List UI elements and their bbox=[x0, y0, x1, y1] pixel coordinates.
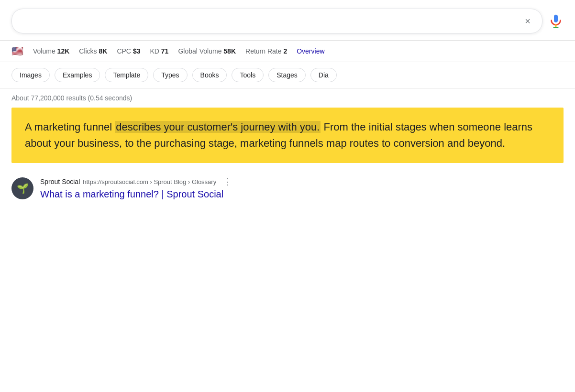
snippet-text-highlighted: describes your customer's journey with y… bbox=[115, 121, 321, 133]
result-site-name: Sprout Social bbox=[40, 178, 80, 185]
mic-button[interactable] bbox=[548, 13, 564, 29]
result-favicon: 🌱 bbox=[11, 177, 33, 199]
chip-template[interactable]: Template bbox=[105, 68, 148, 82]
result-title-link[interactable]: What is a marketing funnel? | Sprout Soc… bbox=[40, 188, 564, 200]
chip-images[interactable]: Images bbox=[11, 68, 50, 82]
global-volume-stat: Global Volume 58K bbox=[178, 47, 236, 55]
close-icon: × bbox=[525, 16, 531, 27]
chip-tools[interactable]: Tools bbox=[232, 68, 264, 82]
chip-examples[interactable]: Examples bbox=[55, 68, 100, 82]
chip-dia[interactable]: Dia bbox=[310, 68, 337, 82]
results-area: About 77,200,000 results (0.54 seconds) … bbox=[0, 88, 575, 206]
svg-rect-0 bbox=[554, 15, 558, 22]
flag-icon: 🇺🇸 bbox=[11, 45, 23, 57]
chip-types[interactable]: Types bbox=[153, 68, 187, 82]
results-count: About 77,200,000 results (0.54 seconds) bbox=[11, 94, 564, 102]
overview-link[interactable]: Overview bbox=[297, 47, 324, 55]
featured-snippet: A marketing funnel describes your custom… bbox=[11, 108, 564, 163]
cpc-stat: CPC $3 bbox=[117, 47, 140, 55]
search-bar-section: marketing funnel × bbox=[0, 0, 575, 41]
result-menu-button[interactable]: ⋮ bbox=[221, 176, 233, 187]
filter-chips-row: Images Examples Template Types Books Too… bbox=[0, 62, 575, 88]
clicks-stat: Clicks 8K bbox=[79, 47, 107, 55]
result-item: 🌱 Sprout Social https://sproutsocial.com… bbox=[11, 173, 564, 206]
search-input-wrapper: marketing funnel × bbox=[11, 9, 542, 33]
favicon-symbol: 🌱 bbox=[17, 183, 29, 194]
chip-books[interactable]: Books bbox=[192, 68, 227, 82]
result-meta: Sprout Social https://sproutsocial.com ›… bbox=[40, 176, 564, 200]
search-input[interactable]: marketing funnel bbox=[20, 16, 521, 27]
result-source-line: Sprout Social https://sproutsocial.com ›… bbox=[40, 176, 564, 187]
result-url: https://sproutsocial.com › Sprout Blog ›… bbox=[83, 178, 216, 185]
kd-stat: KD 71 bbox=[150, 47, 168, 55]
menu-dots-icon: ⋮ bbox=[223, 177, 232, 186]
search-clear-button[interactable]: × bbox=[521, 16, 534, 27]
return-rate-stat: Return Rate 2 bbox=[245, 47, 287, 55]
chip-stages[interactable]: Stages bbox=[268, 68, 306, 82]
stats-row: 🇺🇸 Volume 12K Clicks 8K CPC $3 KD 71 Glo… bbox=[0, 41, 575, 62]
snippet-text: A marketing funnel describes your custom… bbox=[25, 119, 550, 152]
volume-stat: Volume 12K bbox=[33, 47, 69, 55]
snippet-text-before: A marketing funnel bbox=[25, 121, 115, 133]
microphone-icon bbox=[548, 13, 564, 29]
